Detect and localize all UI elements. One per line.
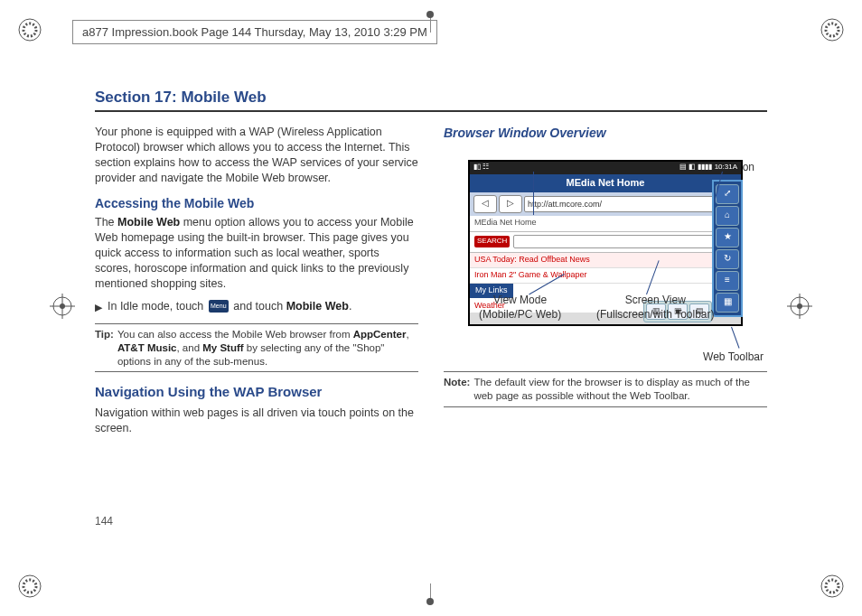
bullet-arrow-icon: ▶ [95, 301, 102, 314]
tip-text: You can also access the Mobile Web brows… [117, 328, 418, 369]
forward-button[interactable]: ▷ [499, 195, 522, 213]
tool-close-icon[interactable]: ▦ [716, 293, 739, 313]
heading-navigation: Navigation Using the WAP Browser [95, 383, 418, 401]
svg-point-1 [23, 23, 36, 36]
tip-box: Tip: You can also access the Mobile Web … [95, 323, 418, 373]
accessing-paragraph: The Mobile Web menu option allows you to… [95, 215, 418, 291]
browser-title-bar: MEdia Net Home [470, 174, 741, 192]
heading-accessing: Accessing the Mobile Web [95, 195, 418, 212]
svg-point-15 [797, 303, 802, 309]
status-right: ▤ ◧ ▮▮▮▮ 10:31A [679, 163, 737, 173]
dot-icon [426, 11, 434, 18]
search-input[interactable] [513, 235, 723, 248]
svg-point-7 [826, 580, 839, 593]
text: (Mobile/PC Web) [479, 308, 561, 321]
svg-point-5 [23, 580, 36, 593]
document-meta: a877 Impression.book Page 144 Thursday, … [72, 20, 437, 44]
text: . [349, 300, 351, 313]
bold-text: My Stuff [202, 342, 243, 353]
svg-point-3 [826, 23, 839, 36]
text: View Mode [493, 294, 547, 306]
url-row: ◁ ▷ http://att.mcore.com/ [470, 192, 741, 216]
page-frame: Section 17: Mobile Web Your phone is equ… [68, 52, 794, 564]
text: The [95, 216, 117, 229]
link-ironman[interactable]: Iron Man 2" Game & Wallpaper [470, 268, 741, 284]
text: In Idle mode, touch [108, 300, 207, 313]
note-label: Note: [444, 376, 470, 403]
site-name-row: MEdia Net Home [470, 216, 741, 232]
search-button[interactable]: SEARCH [474, 236, 510, 247]
text: , [406, 329, 408, 340]
text: You can also access the Mobile Web brows… [117, 329, 353, 340]
label-view-mode: View Mode (Mobile/PC Web) [479, 293, 561, 322]
note-box: Note: The default view for the browser i… [444, 371, 767, 407]
dot-icon [426, 598, 434, 605]
section-title: Section 17: Mobile Web [95, 89, 767, 107]
right-column: Browser Window Overview Navigation Toolb… [444, 125, 767, 443]
navigation-paragraph: Navigation within web pages is all drive… [95, 406, 418, 436]
note-text: The default view for the browser is to d… [473, 376, 767, 403]
link-usa-today[interactable]: USA Today: Read Offbeat News [470, 253, 741, 268]
crop-mark-icon [16, 573, 43, 600]
browser-diagram: Navigation Toolbar Magnification ▮▯ ☷ ▤ … [452, 160, 759, 326]
tool-magnify-icon[interactable]: ⤢ [716, 184, 739, 204]
label-web-toolbar: Web Toolbar [703, 350, 764, 364]
crop-mark-icon [819, 16, 846, 43]
text: Screen View [625, 294, 686, 306]
search-row: SEARCH Y! [470, 232, 741, 253]
text: , and [176, 342, 202, 353]
heading-browser-overview: Browser Window Overview [444, 125, 767, 142]
bold-text: Mobile Web [117, 216, 180, 229]
callout-line [533, 172, 534, 215]
tool-home-icon[interactable]: ⌂ [716, 206, 739, 226]
callout-line [731, 327, 739, 349]
label-screen-view: Screen View (Fullscreen/with Toolbar) [596, 293, 715, 322]
section-rule [95, 110, 767, 112]
tool-reload-icon[interactable]: ↻ [716, 249, 739, 269]
crop-mark-icon [819, 573, 846, 600]
status-left: ▮▯ ☷ [473, 163, 489, 173]
web-toolbar-panel: ⤢ ⌂ ★ ↻ ≡ ▦ [712, 180, 743, 317]
instruction-bullet: ▶ In Idle mode, touch Menu and touch Mob… [95, 299, 418, 314]
back-button[interactable]: ◁ [473, 195, 497, 213]
bullet-text: In Idle mode, touch Menu and touch Mobil… [108, 299, 351, 314]
bold-text: AppCenter [353, 329, 407, 340]
intro-paragraph: Your phone is equipped with a WAP (Wirel… [95, 125, 418, 186]
url-field[interactable]: http://att.mcore.com/ [524, 196, 737, 212]
menu-button-icon: Menu [209, 300, 229, 313]
bold-text: AT&T Music [117, 342, 177, 353]
bold-text: Mobile Web [286, 300, 349, 313]
left-column: Your phone is equipped with a WAP (Wirel… [95, 125, 418, 443]
page-number: 144 [95, 515, 113, 527]
tool-menu-icon[interactable]: ≡ [716, 271, 739, 291]
svg-point-11 [60, 303, 65, 309]
status-bar: ▮▯ ☷ ▤ ◧ ▮▮▮▮ 10:31A [470, 162, 741, 174]
tip-label: Tip: [95, 328, 114, 369]
crop-mark-icon [16, 16, 43, 43]
tool-bookmark-icon[interactable]: ★ [716, 228, 739, 247]
text: and touch [230, 300, 286, 313]
text: (Fullscreen/with Toolbar) [596, 308, 715, 321]
